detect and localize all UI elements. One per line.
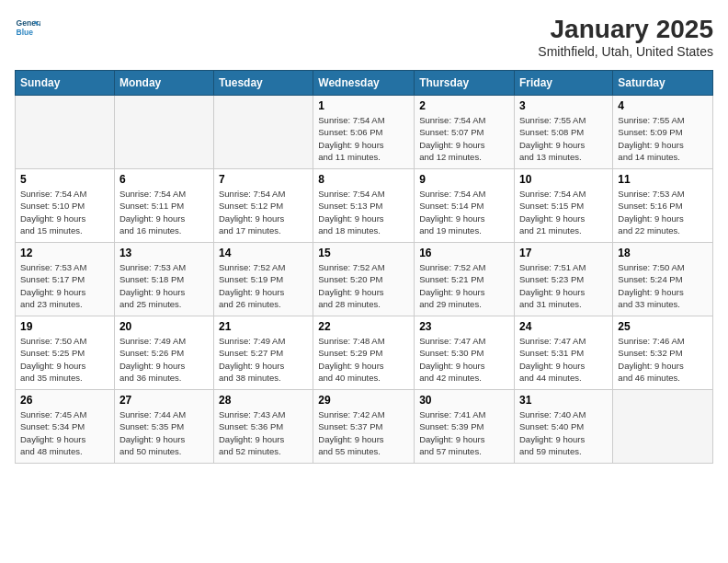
day-number: 21: [219, 320, 308, 333]
day-info: Sunrise: 7:54 AM Sunset: 5:12 PM Dayligh…: [219, 188, 308, 236]
calendar-cell: 7Sunrise: 7:54 AM Sunset: 5:12 PM Daylig…: [213, 169, 313, 243]
weekday-header-row: SundayMondayTuesdayWednesdayThursdayFrid…: [16, 71, 713, 96]
day-info: Sunrise: 7:44 AM Sunset: 5:35 PM Dayligh…: [119, 408, 209, 457]
calendar-week-row: 26Sunrise: 7:45 AM Sunset: 5:34 PM Dayli…: [16, 390, 713, 464]
title-area: January 2025 Smithfield, Utah, United St…: [538, 15, 713, 59]
weekday-header: Thursday: [415, 71, 515, 96]
day-number: 3: [519, 99, 608, 112]
day-info: Sunrise: 7:45 AM Sunset: 5:34 PM Dayligh…: [20, 408, 109, 457]
day-info: Sunrise: 7:52 AM Sunset: 5:19 PM Dayligh…: [219, 261, 308, 310]
day-info: Sunrise: 7:53 AM Sunset: 5:17 PM Dayligh…: [20, 261, 109, 310]
calendar-cell: 16Sunrise: 7:52 AM Sunset: 5:21 PM Dayli…: [415, 243, 515, 316]
day-number: 24: [519, 320, 608, 333]
calendar-table: SundayMondayTuesdayWednesdayThursdayFrid…: [15, 70, 713, 464]
calendar-week-row: 5Sunrise: 7:54 AM Sunset: 5:10 PM Daylig…: [16, 169, 713, 243]
calendar-cell: 5Sunrise: 7:54 AM Sunset: 5:10 PM Daylig…: [16, 169, 115, 243]
calendar-cell: [213, 96, 313, 169]
day-info: Sunrise: 7:49 AM Sunset: 5:27 PM Dayligh…: [219, 335, 308, 384]
calendar-cell: 25Sunrise: 7:46 AM Sunset: 5:32 PM Dayli…: [613, 316, 713, 390]
calendar-cell: 12Sunrise: 7:53 AM Sunset: 5:17 PM Dayli…: [16, 243, 115, 316]
weekday-header: Tuesday: [213, 71, 313, 96]
calendar-cell: 15Sunrise: 7:52 AM Sunset: 5:20 PM Dayli…: [313, 243, 415, 316]
calendar-cell: 19Sunrise: 7:50 AM Sunset: 5:25 PM Dayli…: [16, 316, 115, 390]
day-info: Sunrise: 7:46 AM Sunset: 5:32 PM Dayligh…: [618, 335, 708, 384]
calendar-week-row: 12Sunrise: 7:53 AM Sunset: 5:17 PM Dayli…: [16, 243, 713, 316]
day-number: 20: [119, 320, 209, 333]
logo: General Blue: [15, 15, 40, 40]
calendar-cell: [613, 390, 713, 464]
day-number: 1: [318, 99, 409, 112]
calendar-cell: 6Sunrise: 7:54 AM Sunset: 5:11 PM Daylig…: [114, 169, 213, 243]
calendar-cell: 10Sunrise: 7:54 AM Sunset: 5:15 PM Dayli…: [515, 169, 613, 243]
calendar-cell: 29Sunrise: 7:42 AM Sunset: 5:37 PM Dayli…: [313, 390, 415, 464]
day-number: 19: [20, 320, 109, 333]
calendar-cell: 26Sunrise: 7:45 AM Sunset: 5:34 PM Dayli…: [16, 390, 115, 464]
day-info: Sunrise: 7:54 AM Sunset: 5:06 PM Dayligh…: [318, 114, 409, 163]
day-number: 14: [219, 247, 308, 259]
calendar-cell: 23Sunrise: 7:47 AM Sunset: 5:30 PM Dayli…: [415, 316, 515, 390]
calendar-cell: 11Sunrise: 7:53 AM Sunset: 5:16 PM Dayli…: [613, 169, 713, 243]
calendar-cell: 18Sunrise: 7:50 AM Sunset: 5:24 PM Dayli…: [613, 243, 713, 316]
weekday-header: Wednesday: [313, 71, 415, 96]
calendar-cell: 24Sunrise: 7:47 AM Sunset: 5:31 PM Dayli…: [515, 316, 613, 390]
day-number: 25: [618, 320, 708, 333]
day-number: 30: [419, 394, 509, 407]
calendar-cell: [16, 96, 115, 169]
day-info: Sunrise: 7:55 AM Sunset: 5:09 PM Dayligh…: [618, 114, 708, 163]
month-title: January 2025: [538, 15, 713, 44]
day-number: 18: [618, 247, 708, 259]
calendar-cell: 13Sunrise: 7:53 AM Sunset: 5:18 PM Dayli…: [114, 243, 213, 316]
day-number: 10: [519, 173, 608, 186]
svg-text:Blue: Blue: [17, 28, 34, 37]
day-info: Sunrise: 7:54 AM Sunset: 5:15 PM Dayligh…: [519, 188, 608, 236]
calendar-cell: 17Sunrise: 7:51 AM Sunset: 5:23 PM Dayli…: [515, 243, 613, 316]
weekday-header: Friday: [515, 71, 613, 96]
day-info: Sunrise: 7:54 AM Sunset: 5:14 PM Dayligh…: [419, 188, 509, 236]
calendar-cell: 1Sunrise: 7:54 AM Sunset: 5:06 PM Daylig…: [313, 96, 415, 169]
day-info: Sunrise: 7:50 AM Sunset: 5:24 PM Dayligh…: [618, 261, 708, 310]
day-info: Sunrise: 7:47 AM Sunset: 5:31 PM Dayligh…: [519, 335, 608, 384]
day-info: Sunrise: 7:51 AM Sunset: 5:23 PM Dayligh…: [519, 261, 608, 310]
calendar-week-row: 19Sunrise: 7:50 AM Sunset: 5:25 PM Dayli…: [16, 316, 713, 390]
calendar-cell: 8Sunrise: 7:54 AM Sunset: 5:13 PM Daylig…: [313, 169, 415, 243]
calendar-cell: 2Sunrise: 7:54 AM Sunset: 5:07 PM Daylig…: [415, 96, 515, 169]
day-number: 27: [119, 394, 209, 407]
day-info: Sunrise: 7:53 AM Sunset: 5:16 PM Dayligh…: [618, 188, 708, 236]
day-number: 22: [318, 320, 409, 333]
day-number: 16: [419, 247, 509, 259]
day-number: 8: [318, 173, 409, 186]
calendar-cell: 31Sunrise: 7:40 AM Sunset: 5:40 PM Dayli…: [515, 390, 613, 464]
calendar-cell: 20Sunrise: 7:49 AM Sunset: 5:26 PM Dayli…: [114, 316, 213, 390]
day-number: 17: [519, 247, 608, 259]
day-number: 31: [519, 394, 608, 407]
day-info: Sunrise: 7:54 AM Sunset: 5:10 PM Dayligh…: [20, 188, 109, 236]
header: General Blue January 2025 Smithfield, Ut…: [15, 15, 713, 59]
day-number: 5: [20, 173, 109, 186]
calendar-cell: 27Sunrise: 7:44 AM Sunset: 5:35 PM Dayli…: [114, 390, 213, 464]
day-number: 6: [119, 173, 209, 186]
calendar-cell: 4Sunrise: 7:55 AM Sunset: 5:09 PM Daylig…: [613, 96, 713, 169]
day-info: Sunrise: 7:47 AM Sunset: 5:30 PM Dayligh…: [419, 335, 509, 384]
logo-icon: General Blue: [15, 15, 40, 40]
day-info: Sunrise: 7:43 AM Sunset: 5:36 PM Dayligh…: [219, 408, 308, 457]
day-info: Sunrise: 7:48 AM Sunset: 5:29 PM Dayligh…: [318, 335, 409, 384]
day-number: 13: [119, 247, 209, 259]
day-number: 28: [219, 394, 308, 407]
day-info: Sunrise: 7:52 AM Sunset: 5:21 PM Dayligh…: [419, 261, 509, 310]
weekday-header: Sunday: [16, 71, 115, 96]
day-number: 23: [419, 320, 509, 333]
calendar-cell: 3Sunrise: 7:55 AM Sunset: 5:08 PM Daylig…: [515, 96, 613, 169]
weekday-header: Monday: [114, 71, 213, 96]
calendar-cell: [114, 96, 213, 169]
day-info: Sunrise: 7:42 AM Sunset: 5:37 PM Dayligh…: [318, 408, 409, 457]
calendar-cell: 21Sunrise: 7:49 AM Sunset: 5:27 PM Dayli…: [213, 316, 313, 390]
location-title: Smithfield, Utah, United States: [538, 44, 713, 59]
day-info: Sunrise: 7:52 AM Sunset: 5:20 PM Dayligh…: [318, 261, 409, 310]
calendar-week-row: 1Sunrise: 7:54 AM Sunset: 5:06 PM Daylig…: [16, 96, 713, 169]
day-number: 29: [318, 394, 409, 407]
day-number: 26: [20, 394, 109, 407]
day-info: Sunrise: 7:41 AM Sunset: 5:39 PM Dayligh…: [419, 408, 509, 457]
weekday-header: Saturday: [613, 71, 713, 96]
day-info: Sunrise: 7:50 AM Sunset: 5:25 PM Dayligh…: [20, 335, 109, 384]
calendar-cell: 28Sunrise: 7:43 AM Sunset: 5:36 PM Dayli…: [213, 390, 313, 464]
